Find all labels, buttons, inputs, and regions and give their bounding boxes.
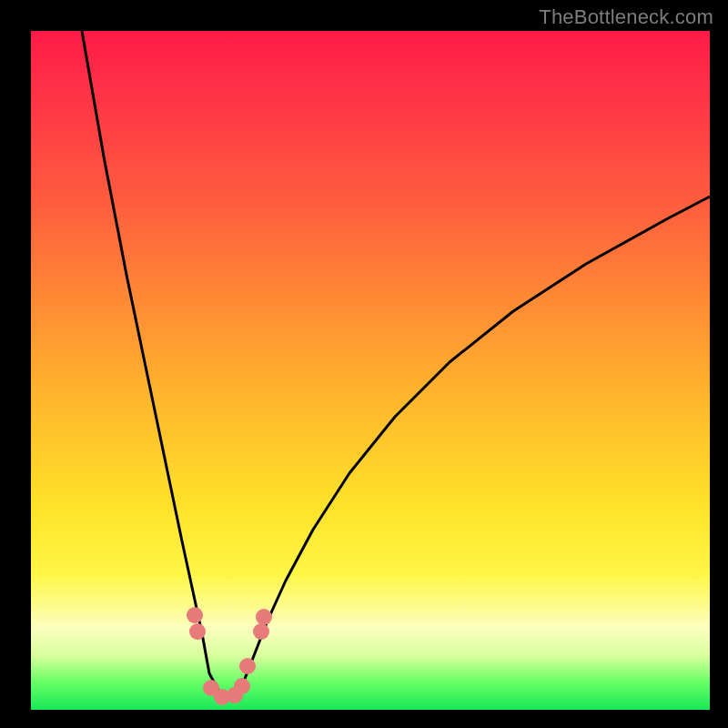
highlight-dot xyxy=(256,609,272,625)
highlight-dot xyxy=(187,607,203,623)
curve-overlay xyxy=(31,31,710,710)
bottleneck-curve xyxy=(82,31,710,697)
highlight-dot xyxy=(189,623,206,640)
highlight-dot xyxy=(253,623,269,640)
highlight-dots xyxy=(187,607,272,705)
highlight-dot xyxy=(239,658,256,674)
highlight-dot xyxy=(234,678,250,694)
app-frame: TheBottleneck.com xyxy=(0,0,728,728)
watermark-text: TheBottleneck.com xyxy=(539,5,713,29)
